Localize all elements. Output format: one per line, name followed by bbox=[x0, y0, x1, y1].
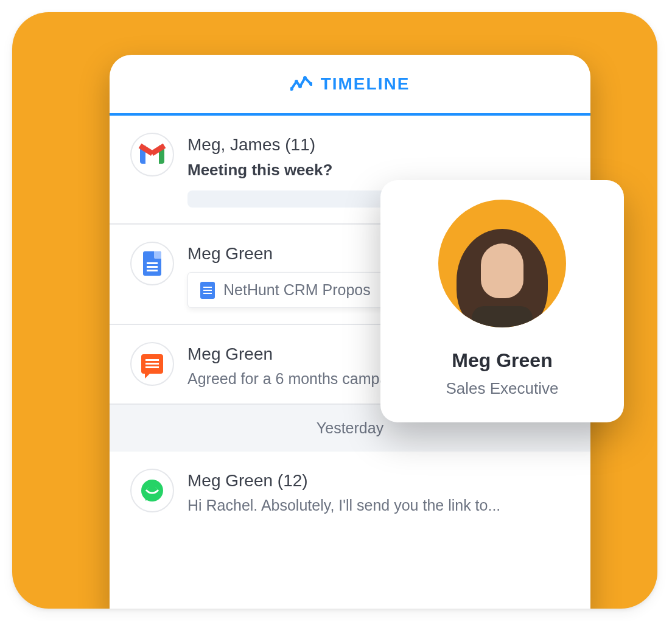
item-title: Meg, James (11) bbox=[187, 135, 570, 155]
attachment-name: NetHunt CRM Propos bbox=[223, 281, 371, 299]
svg-point-2 bbox=[298, 85, 302, 88]
whatsapp-icon bbox=[130, 469, 174, 512]
tab-label: TIMELINE bbox=[321, 74, 410, 94]
chat-icon bbox=[130, 342, 174, 386]
app-frame: TIMELINE Meg, James (11) Meeting this we… bbox=[12, 12, 657, 609]
gmail-icon bbox=[130, 133, 174, 176]
svg-point-1 bbox=[295, 80, 298, 83]
item-description: Hi Rachel. Absolutely, I'll send you the… bbox=[187, 497, 570, 514]
item-title: Meg Green (12) bbox=[187, 471, 570, 491]
contact-role: Sales Executive bbox=[446, 379, 559, 398]
item-subject: Meeting this week? bbox=[187, 161, 570, 180]
item-content: Meg Green (12) Hi Rachel. Absolutely, I'… bbox=[187, 469, 570, 514]
svg-point-3 bbox=[303, 76, 307, 80]
google-docs-icon bbox=[200, 282, 215, 299]
avatar bbox=[438, 200, 566, 327]
google-docs-icon bbox=[130, 242, 174, 285]
activity-icon bbox=[290, 75, 312, 93]
contact-card[interactable]: Meg Green Sales Executive bbox=[380, 180, 624, 422]
timeline-item-whatsapp[interactable]: Meg Green (12) Hi Rachel. Absolutely, I'… bbox=[110, 452, 590, 530]
contact-name: Meg Green bbox=[452, 349, 552, 372]
tab-timeline[interactable]: TIMELINE bbox=[110, 55, 590, 116]
